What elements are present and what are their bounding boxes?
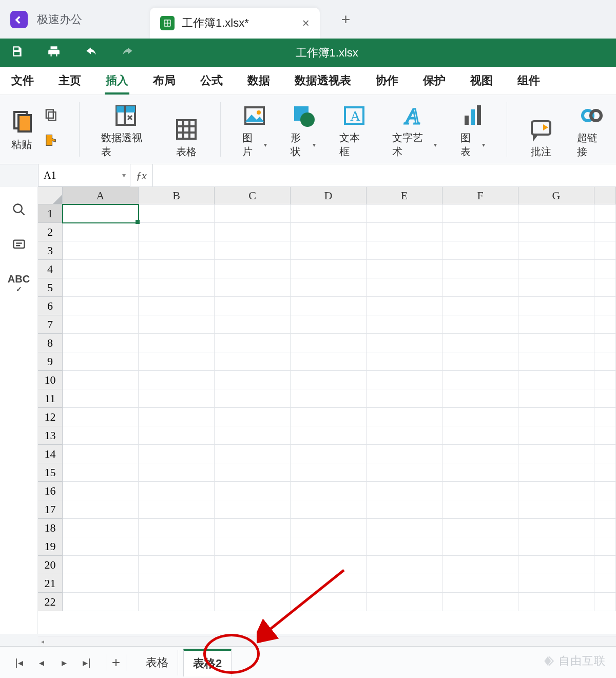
cell-C17[interactable] xyxy=(215,500,291,519)
cell-D11[interactable] xyxy=(291,389,367,408)
shape-button[interactable]: 形状▾ xyxy=(288,100,317,159)
name-box[interactable]: A1 ▾ xyxy=(38,164,130,186)
row-header-19[interactable]: 19 xyxy=(38,537,63,556)
cell-extra[interactable] xyxy=(594,463,616,482)
cell-G12[interactable] xyxy=(518,408,594,426)
menu-组件[interactable]: 组件 xyxy=(516,68,541,93)
row-header-7[interactable]: 7 xyxy=(38,315,63,334)
cell-G14[interactable] xyxy=(518,445,594,463)
cell-D18[interactable] xyxy=(291,519,367,537)
cell-D9[interactable] xyxy=(291,352,367,371)
cell-C3[interactable] xyxy=(215,241,291,260)
cell-C8[interactable] xyxy=(215,334,291,352)
cell-E4[interactable] xyxy=(367,260,442,278)
cell-D1[interactable] xyxy=(291,204,367,223)
cell-E1[interactable] xyxy=(367,204,442,223)
cell-G5[interactable] xyxy=(518,278,594,297)
cell-C20[interactable] xyxy=(215,556,291,574)
cell-extra[interactable] xyxy=(594,519,616,537)
cell-F14[interactable] xyxy=(442,445,518,463)
cell-extra[interactable] xyxy=(594,260,616,278)
cell-E18[interactable] xyxy=(367,519,442,537)
cell-B7[interactable] xyxy=(139,315,215,334)
cell-E16[interactable] xyxy=(367,482,442,500)
cell-extra[interactable] xyxy=(594,297,616,315)
cell-G17[interactable] xyxy=(518,500,594,519)
cell-D21[interactable] xyxy=(291,574,367,593)
row-header-18[interactable]: 18 xyxy=(38,519,63,537)
cell-B13[interactable] xyxy=(139,426,215,445)
cell-D4[interactable] xyxy=(291,260,367,278)
cell-F21[interactable] xyxy=(442,574,518,593)
cell-C4[interactable] xyxy=(215,260,291,278)
cell-F2[interactable] xyxy=(442,223,518,241)
cell-extra[interactable] xyxy=(594,352,616,371)
cell-D19[interactable] xyxy=(291,537,367,556)
prev-sheet-icon[interactable]: ◂ xyxy=(33,656,50,669)
cell-A21[interactable] xyxy=(63,574,139,593)
cell-A17[interactable] xyxy=(63,500,139,519)
cell-G22[interactable] xyxy=(518,593,594,611)
redo-icon[interactable] xyxy=(121,45,134,61)
cell-G18[interactable] xyxy=(518,519,594,537)
cell-E22[interactable] xyxy=(367,593,442,611)
cell-extra[interactable] xyxy=(594,537,616,556)
cell-B16[interactable] xyxy=(139,482,215,500)
cell-F7[interactable] xyxy=(442,315,518,334)
cell-C21[interactable] xyxy=(215,574,291,593)
cell-E19[interactable] xyxy=(367,537,442,556)
cell-B12[interactable] xyxy=(139,408,215,426)
cell-C11[interactable] xyxy=(215,389,291,408)
cell-B8[interactable] xyxy=(139,334,215,352)
cell-G8[interactable] xyxy=(518,334,594,352)
cell-extra[interactable] xyxy=(594,426,616,445)
cell-F17[interactable] xyxy=(442,500,518,519)
cell-E6[interactable] xyxy=(367,297,442,315)
menu-文件[interactable]: 文件 xyxy=(10,68,35,93)
chevron-down-icon[interactable]: ▾ xyxy=(122,171,126,180)
cell-A6[interactable] xyxy=(63,297,139,315)
cell-D16[interactable] xyxy=(291,482,367,500)
column-header-D[interactable]: D xyxy=(291,187,367,204)
cell-C18[interactable] xyxy=(215,519,291,537)
cell-extra[interactable] xyxy=(594,278,616,297)
row-header-13[interactable]: 13 xyxy=(38,426,63,445)
cell-E8[interactable] xyxy=(367,334,442,352)
cell-A4[interactable] xyxy=(63,260,139,278)
cell-G2[interactable] xyxy=(518,223,594,241)
row-header-4[interactable]: 4 xyxy=(38,260,63,278)
cell-D20[interactable] xyxy=(291,556,367,574)
cell-C13[interactable] xyxy=(215,426,291,445)
cell-A14[interactable] xyxy=(63,445,139,463)
cell-F8[interactable] xyxy=(442,334,518,352)
cell-F6[interactable] xyxy=(442,297,518,315)
cell-F18[interactable] xyxy=(442,519,518,537)
cell-E14[interactable] xyxy=(367,445,442,463)
cell-G20[interactable] xyxy=(518,556,594,574)
undo-icon[interactable] xyxy=(84,45,98,61)
cell-E13[interactable] xyxy=(367,426,442,445)
row-header-15[interactable]: 15 xyxy=(38,463,63,482)
print-icon[interactable] xyxy=(47,45,61,61)
cell-A1[interactable] xyxy=(63,204,139,223)
cell-extra[interactable] xyxy=(594,334,616,352)
column-header-E[interactable]: E xyxy=(367,187,442,204)
table-button[interactable]: 表格 xyxy=(172,100,201,159)
cell-C7[interactable] xyxy=(215,315,291,334)
row-header-10[interactable]: 10 xyxy=(38,371,63,389)
cell-F15[interactable] xyxy=(442,463,518,482)
cell-E11[interactable] xyxy=(367,389,442,408)
cell-E2[interactable] xyxy=(367,223,442,241)
cell-B11[interactable] xyxy=(139,389,215,408)
cell-A9[interactable] xyxy=(63,352,139,371)
cell-B21[interactable] xyxy=(139,574,215,593)
cell-A22[interactable] xyxy=(63,593,139,611)
menu-插入[interactable]: 插入 xyxy=(105,68,129,93)
cell-B2[interactable] xyxy=(139,223,215,241)
menu-保护[interactable]: 保护 xyxy=(422,68,447,93)
menu-协作[interactable]: 协作 xyxy=(375,68,399,93)
cell-C22[interactable] xyxy=(215,593,291,611)
cell-A7[interactable] xyxy=(63,315,139,334)
cell-B15[interactable] xyxy=(139,463,215,482)
cell-B18[interactable] xyxy=(139,519,215,537)
